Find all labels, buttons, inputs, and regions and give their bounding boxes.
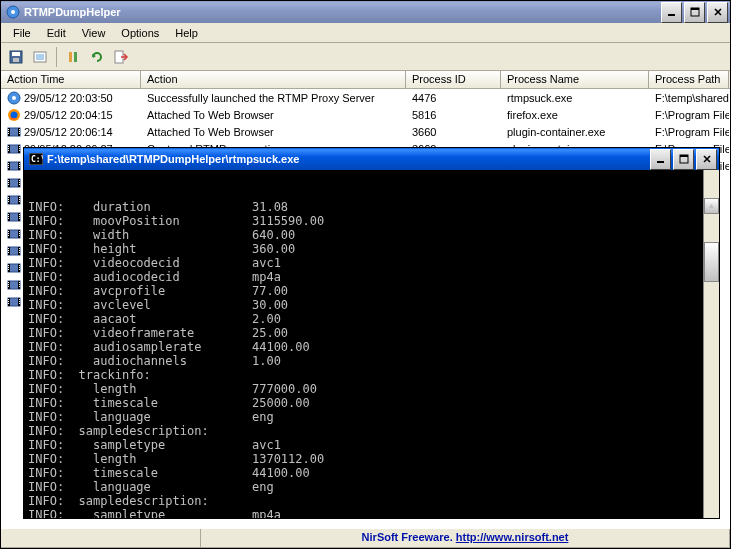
console-text: INFO: duration 31.08 INFO: moovPosition … [28, 200, 715, 518]
svg-rect-98 [19, 267, 20, 268]
svg-rect-97 [19, 265, 20, 266]
scroll-track[interactable] [704, 242, 719, 518]
row-icon [7, 278, 21, 292]
svg-rect-69 [8, 218, 9, 219]
svg-rect-104 [8, 284, 9, 285]
menu-options[interactable]: Options [113, 25, 167, 41]
scroll-thumb[interactable] [704, 242, 719, 282]
table-cell: 5816 [406, 109, 501, 121]
toolbar [1, 43, 730, 71]
exit-icon[interactable] [110, 46, 132, 68]
svg-rect-89 [19, 250, 20, 251]
console-titlebar[interactable]: C:\ F:\temp\shared\RTMPDumpHelper\rtmpsu… [24, 148, 719, 170]
svg-rect-94 [8, 265, 9, 266]
svg-rect-22 [8, 129, 9, 130]
row-icon [7, 108, 21, 122]
svg-rect-12 [69, 52, 72, 62]
svg-rect-67 [8, 214, 9, 215]
table-cell: Attached To Web Browser [141, 109, 406, 121]
svg-rect-51 [8, 184, 9, 185]
table-cell: F:\temp\shared\RTM [649, 92, 729, 104]
row-icon [7, 244, 21, 258]
svg-rect-103 [8, 282, 9, 283]
table-cell: 29/05/12 20:03:50 [1, 91, 141, 105]
table-cell: rtmpsuck.exe [501, 92, 649, 104]
col-process-id[interactable]: Process ID [406, 71, 501, 88]
save-icon[interactable] [5, 46, 27, 68]
svg-rect-52 [19, 180, 20, 181]
table-cell: 4476 [406, 92, 501, 104]
col-action[interactable]: Action [141, 71, 406, 88]
console-body[interactable]: INFO: duration 31.08 INFO: moovPosition … [24, 170, 719, 518]
scroll-up-button[interactable]: ▲ [704, 198, 719, 214]
console-close-button[interactable] [696, 149, 717, 170]
svg-rect-88 [19, 248, 20, 249]
table-cell: Attached To Web Browser [141, 126, 406, 138]
svg-rect-34 [19, 146, 20, 147]
table-cell: plugin-container.exe [501, 126, 649, 138]
options-icon[interactable] [62, 46, 84, 68]
svg-rect-62 [19, 199, 20, 200]
table-row[interactable]: 29/05/12 20:03:50Successfully launched t… [1, 89, 730, 106]
svg-rect-116 [19, 301, 20, 302]
console-title: F:\temp\shared\RTMPDumpHelper\rtmpsuck.e… [47, 153, 650, 165]
svg-rect-49 [8, 180, 9, 181]
svg-rect-6 [12, 52, 20, 56]
table-cell: F:\Program Files\Mo [649, 126, 729, 138]
svg-rect-44 [19, 165, 20, 166]
row-icon [7, 227, 21, 241]
table-cell: F:\Program Files\Mo [649, 109, 729, 121]
svg-rect-71 [19, 216, 20, 217]
toolbar-separator [56, 47, 57, 67]
svg-rect-35 [19, 148, 20, 149]
minimize-button[interactable] [661, 2, 682, 23]
svg-rect-113 [8, 301, 9, 302]
svg-rect-43 [19, 163, 20, 164]
menu-help[interactable]: Help [167, 25, 206, 41]
svg-rect-99 [19, 269, 20, 270]
refresh-icon[interactable] [86, 46, 108, 68]
row-icon [7, 159, 21, 173]
svg-rect-54 [19, 184, 20, 185]
main-title: RTMPDumpHelper [24, 6, 661, 18]
status-pane-left [1, 529, 201, 548]
svg-rect-107 [19, 284, 20, 285]
menu-view[interactable]: View [74, 25, 114, 41]
table-cell: 29/05/12 20:06:14 [1, 125, 141, 139]
svg-rect-24 [8, 133, 9, 134]
table-cell: Successfully launched the RTMP Proxy Ser… [141, 92, 406, 104]
menubar: File Edit View Options Help [1, 23, 730, 43]
maximize-button[interactable] [684, 2, 705, 23]
svg-rect-41 [8, 165, 9, 166]
table-row[interactable]: 29/05/12 20:06:14Attached To Web Browser… [1, 123, 730, 140]
console-scrollbar[interactable]: ▲ ▼ [703, 170, 719, 518]
svg-rect-115 [19, 299, 20, 300]
svg-rect-80 [19, 233, 20, 234]
status-pane-center: NirSoft Freeware. http://www.nirsoft.net [201, 529, 730, 548]
console-window[interactable]: C:\ F:\temp\shared\RTMPDumpHelper\rtmpsu… [23, 147, 720, 519]
close-button[interactable] [707, 2, 728, 23]
status-url[interactable]: http://www.nirsoft.net [456, 531, 569, 543]
svg-point-16 [12, 96, 16, 100]
row-icon [7, 142, 21, 156]
console-maximize-button[interactable] [673, 149, 694, 170]
console-minimize-button[interactable] [650, 149, 671, 170]
svg-rect-81 [19, 235, 20, 236]
svg-rect-59 [8, 199, 9, 200]
svg-rect-61 [19, 197, 20, 198]
svg-rect-63 [19, 201, 20, 202]
col-action-time[interactable]: Action Time [1, 71, 141, 88]
col-process-name[interactable]: Process Name [501, 71, 649, 88]
row-icon [7, 295, 21, 309]
svg-rect-45 [19, 167, 20, 168]
properties-icon[interactable] [29, 46, 51, 68]
svg-rect-33 [8, 150, 9, 151]
menu-edit[interactable]: Edit [39, 25, 74, 41]
main-titlebar[interactable]: RTMPDumpHelper [1, 1, 730, 23]
svg-rect-68 [8, 216, 9, 217]
menu-file[interactable]: File [5, 25, 39, 41]
row-icon [7, 91, 21, 105]
table-row[interactable]: 29/05/12 20:04:15Attached To Web Browser… [1, 106, 730, 123]
col-process-path[interactable]: Process Path [649, 71, 729, 88]
svg-rect-7 [13, 58, 19, 62]
